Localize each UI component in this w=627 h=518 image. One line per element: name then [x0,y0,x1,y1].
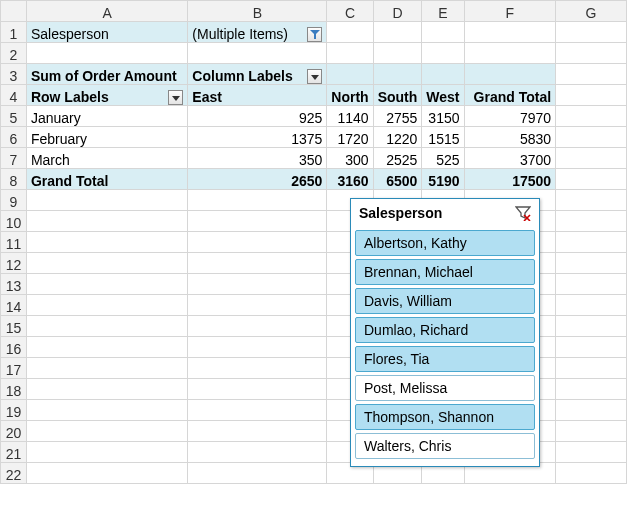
grand-total-cell[interactable]: 2650 [188,169,327,190]
col-south[interactable]: South [373,85,422,106]
cell[interactable] [464,22,556,43]
cell[interactable] [373,22,422,43]
row-header[interactable]: 1 [1,22,27,43]
cell[interactable] [556,232,627,253]
data-cell[interactable]: 1515 [422,127,464,148]
cell[interactable] [188,211,327,232]
row-header[interactable]: 12 [1,253,27,274]
row-header[interactable]: 2 [1,43,27,64]
row-header[interactable]: 13 [1,274,27,295]
data-cell[interactable]: 2755 [373,106,422,127]
col-header[interactable]: G [556,1,627,22]
cell[interactable] [188,43,327,64]
cell[interactable] [556,463,627,484]
slicer-item[interactable]: Post, Melissa [355,375,535,401]
cell[interactable] [26,232,187,253]
row-dropdown-icon[interactable] [168,90,183,105]
row-label[interactable]: January [26,106,187,127]
cell[interactable] [26,274,187,295]
cell[interactable] [188,337,327,358]
cell[interactable] [188,274,327,295]
cell[interactable] [26,463,187,484]
row-header[interactable]: 5 [1,106,27,127]
slicer-item[interactable]: Flores, Tia [355,346,535,372]
cell[interactable] [556,316,627,337]
row-label[interactable]: February [26,127,187,148]
col-header[interactable]: B [188,1,327,22]
col-header[interactable]: C [327,1,373,22]
cell[interactable] [422,64,464,85]
cell[interactable] [556,337,627,358]
col-header[interactable]: F [464,1,556,22]
cell[interactable] [26,442,187,463]
col-header[interactable]: A [26,1,187,22]
cell[interactable] [556,64,627,85]
cell[interactable] [188,358,327,379]
data-cell[interactable]: 2525 [373,148,422,169]
slicer-item[interactable]: Brennan, Michael [355,259,535,285]
measure-label[interactable]: Sum of Order Amount [26,64,187,85]
cell[interactable] [26,358,187,379]
row-header[interactable]: 6 [1,127,27,148]
cell[interactable] [556,106,627,127]
data-cell[interactable]: 1140 [327,106,373,127]
cell[interactable] [188,232,327,253]
filter-field-cell[interactable]: Salesperson [26,22,187,43]
data-cell[interactable]: 525 [422,148,464,169]
col-header[interactable]: D [373,1,422,22]
column-labels-cell[interactable]: Column Labels [188,64,327,85]
data-cell[interactable]: 350 [188,148,327,169]
row-header[interactable]: 3 [1,64,27,85]
row-header[interactable]: 18 [1,379,27,400]
cell[interactable] [556,127,627,148]
col-east[interactable]: East [188,85,327,106]
cell[interactable] [327,43,373,64]
slicer-item[interactable]: Albertson, Kathy [355,230,535,256]
cell[interactable] [26,379,187,400]
cell[interactable] [556,421,627,442]
cell[interactable] [188,379,327,400]
cell[interactable] [188,463,327,484]
cell[interactable] [26,295,187,316]
col-north[interactable]: North [327,85,373,106]
row-header[interactable]: 17 [1,358,27,379]
cell[interactable] [188,295,327,316]
data-cell[interactable]: 1375 [188,127,327,148]
cell[interactable] [188,253,327,274]
row-header[interactable]: 14 [1,295,27,316]
row-header[interactable]: 9 [1,190,27,211]
row-header[interactable]: 4 [1,85,27,106]
grand-total-cell[interactable]: 6500 [373,169,422,190]
cell[interactable] [556,442,627,463]
cell[interactable] [556,85,627,106]
cell[interactable] [26,337,187,358]
cell[interactable] [26,400,187,421]
row-header[interactable]: 11 [1,232,27,253]
row-header[interactable]: 19 [1,400,27,421]
cell[interactable] [556,379,627,400]
row-header[interactable]: 10 [1,211,27,232]
cell[interactable] [464,64,556,85]
row-header[interactable]: 22 [1,463,27,484]
grand-total-label[interactable]: Grand Total [26,169,187,190]
data-cell[interactable]: 1720 [327,127,373,148]
slicer-item[interactable]: Walters, Chris [355,433,535,459]
data-cell[interactable]: 5830 [464,127,556,148]
column-dropdown-icon[interactable] [307,69,322,84]
cell[interactable] [422,43,464,64]
cell[interactable] [26,253,187,274]
data-cell[interactable]: 3150 [422,106,464,127]
cell[interactable] [188,442,327,463]
data-cell[interactable]: 925 [188,106,327,127]
cell[interactable] [422,22,464,43]
filter-dropdown-icon[interactable] [307,27,322,42]
clear-filter-icon[interactable] [515,205,531,221]
cell[interactable] [327,64,373,85]
cell[interactable] [556,253,627,274]
cell[interactable] [556,295,627,316]
cell[interactable] [556,148,627,169]
cell[interactable] [556,190,627,211]
row-labels-cell[interactable]: Row Labels [26,85,187,106]
cell[interactable] [464,43,556,64]
cell[interactable] [188,316,327,337]
